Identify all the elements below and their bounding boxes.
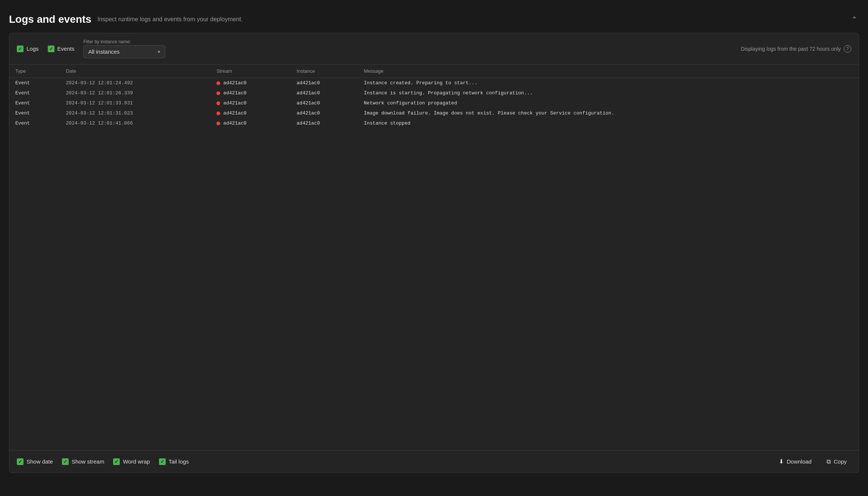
stream-dot bbox=[216, 101, 220, 105]
message-cell: Image download failure. Image does not e… bbox=[358, 108, 859, 118]
stream-cell: ad421ac0 bbox=[210, 78, 291, 88]
logs-table: Type Date Stream Instance Message Event … bbox=[9, 65, 859, 128]
message-cell: Instance created. Preparing to start... bbox=[358, 78, 859, 88]
table-row: Event 2024-03-12 12:01:31.023 ad421ac0 a… bbox=[9, 108, 859, 118]
col-type: Type bbox=[9, 65, 60, 78]
logs-table-wrapper: Type Date Stream Instance Message Event … bbox=[9, 65, 859, 450]
help-icon[interactable]: ? bbox=[844, 45, 851, 53]
logs-label: Logs bbox=[26, 45, 39, 52]
tail-logs-label: Tail logs bbox=[169, 458, 189, 465]
stream-dot bbox=[216, 81, 220, 85]
stream-name: ad421ac0 bbox=[223, 120, 246, 126]
stream-name: ad421ac0 bbox=[223, 110, 246, 116]
message-cell: Network configuration propagated bbox=[358, 98, 859, 108]
logs-container: Logs Events Filter by instance name: All… bbox=[9, 33, 859, 473]
logs-footer: Show date Show stream Word wrap bbox=[9, 450, 859, 473]
stream-name: ad421ac0 bbox=[223, 90, 246, 96]
filter-group: Filter by instance name: All instances bbox=[83, 39, 165, 58]
word-wrap-checkbox-label[interactable]: Word wrap bbox=[113, 458, 150, 465]
download-button[interactable]: ⬇ Download bbox=[774, 456, 816, 467]
type-cell: Event bbox=[9, 78, 60, 88]
table-header-row: Type Date Stream Instance Message bbox=[9, 65, 859, 78]
date-cell: 2024-03-12 12:01:33.931 bbox=[60, 98, 211, 108]
page-subtitle: Inspect runtime logs and events from you… bbox=[97, 16, 243, 23]
displaying-text: Displaying logs from the past 72 hours o… bbox=[741, 46, 841, 52]
copy-button[interactable]: ⧉ Copy bbox=[822, 456, 851, 467]
instance-cell: ad421ac0 bbox=[291, 78, 358, 88]
message-cell: Instance stopped bbox=[358, 118, 859, 128]
download-label: Download bbox=[787, 458, 812, 465]
table-row: Event 2024-03-12 12:01:24.492 ad421ac0 a… bbox=[9, 78, 859, 88]
stream-name: ad421ac0 bbox=[223, 100, 246, 106]
col-message: Message bbox=[358, 65, 859, 78]
type-cell: Event bbox=[9, 108, 60, 118]
tail-logs-checkbox-label[interactable]: Tail logs bbox=[159, 458, 189, 465]
table-row: Event 2024-03-12 12:01:33.931 ad421ac0 a… bbox=[9, 98, 859, 108]
copy-icon: ⧉ bbox=[827, 458, 831, 465]
col-date: Date bbox=[60, 65, 211, 78]
footer-right: ⬇ Download ⧉ Copy bbox=[774, 456, 851, 467]
col-stream: Stream bbox=[210, 65, 291, 78]
show-date-checkbox-label[interactable]: Show date bbox=[17, 458, 53, 465]
stream-cell: ad421ac0 bbox=[210, 88, 291, 98]
date-cell: 2024-03-12 12:01:31.023 bbox=[60, 108, 211, 118]
events-checkbox-label[interactable]: Events bbox=[48, 45, 75, 52]
word-wrap-checkbox-icon bbox=[113, 458, 120, 465]
word-wrap-label: Word wrap bbox=[123, 458, 150, 465]
instance-cell: ad421ac0 bbox=[291, 98, 358, 108]
instance-cell: ad421ac0 bbox=[291, 108, 358, 118]
events-label: Events bbox=[57, 45, 75, 52]
type-cell: Event bbox=[9, 88, 60, 98]
col-instance: Instance bbox=[291, 65, 358, 78]
show-stream-label: Show stream bbox=[72, 458, 104, 465]
toolbar-right: Displaying logs from the past 72 hours o… bbox=[741, 45, 851, 53]
tail-logs-checkbox-icon bbox=[159, 458, 166, 465]
stream-dot bbox=[216, 91, 220, 95]
filter-label: Filter by instance name: bbox=[83, 39, 165, 44]
message-cell: Instance is starting. Propagating networ… bbox=[358, 88, 859, 98]
show-date-checkbox-icon bbox=[17, 458, 24, 465]
stream-dot bbox=[216, 122, 220, 125]
logs-checkbox-label[interactable]: Logs bbox=[17, 45, 39, 52]
table-row: Event 2024-03-12 12:01:41.066 ad421ac0 a… bbox=[9, 118, 859, 128]
filter-select-wrapper[interactable]: All instances bbox=[83, 45, 165, 58]
instance-filter-select[interactable]: All instances bbox=[83, 45, 165, 58]
type-cell: Event bbox=[9, 98, 60, 108]
page-header: Logs and events Inspect runtime logs and… bbox=[9, 7, 859, 33]
collapse-button[interactable]: ⌃ bbox=[850, 13, 859, 25]
show-stream-checkbox-label[interactable]: Show stream bbox=[62, 458, 104, 465]
stream-dot bbox=[216, 112, 220, 115]
show-stream-checkbox-icon bbox=[62, 458, 69, 465]
stream-cell: ad421ac0 bbox=[210, 98, 291, 108]
stream-cell: ad421ac0 bbox=[210, 108, 291, 118]
events-checkbox-icon bbox=[48, 45, 54, 52]
logs-checkbox-icon bbox=[17, 45, 24, 52]
instance-cell: ad421ac0 bbox=[291, 88, 358, 98]
type-cell: Event bbox=[9, 118, 60, 128]
date-cell: 2024-03-12 12:01:26.339 bbox=[60, 88, 211, 98]
date-cell: 2024-03-12 12:01:24.492 bbox=[60, 78, 211, 88]
download-icon: ⬇ bbox=[779, 458, 784, 465]
table-row: Event 2024-03-12 12:01:26.339 ad421ac0 a… bbox=[9, 88, 859, 98]
footer-left: Show date Show stream Word wrap bbox=[17, 458, 189, 465]
show-date-label: Show date bbox=[26, 458, 53, 465]
logs-toolbar: Logs Events Filter by instance name: All… bbox=[9, 33, 859, 65]
stream-cell: ad421ac0 bbox=[210, 118, 291, 128]
copy-label: Copy bbox=[834, 458, 847, 465]
instance-cell: ad421ac0 bbox=[291, 118, 358, 128]
stream-name: ad421ac0 bbox=[223, 80, 246, 86]
date-cell: 2024-03-12 12:01:41.066 bbox=[60, 118, 211, 128]
page-title: Logs and events bbox=[9, 13, 91, 25]
